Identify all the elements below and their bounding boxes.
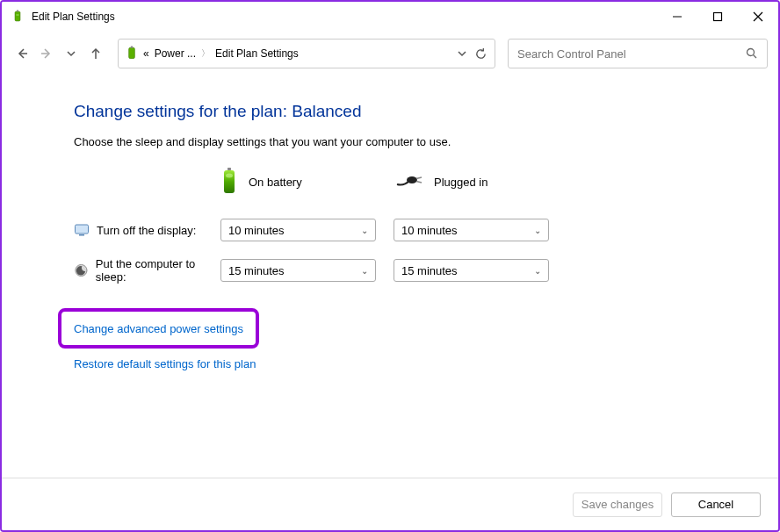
- setting-row-display: Turn off the display: 10 minutes ⌄ 10 mi…: [74, 219, 743, 241]
- column-plugged-label: Plugged in: [434, 176, 488, 189]
- address-bar[interactable]: « Power ... 〉 Edit Plan Settings: [118, 39, 495, 68]
- svg-point-16: [226, 174, 233, 178]
- window-title: Edit Plan Settings: [32, 11, 657, 23]
- svg-rect-10: [129, 47, 135, 58]
- svg-point-17: [407, 176, 417, 183]
- svg-point-12: [748, 49, 755, 56]
- svg-rect-14: [228, 168, 231, 170]
- display-battery-dropdown[interactable]: 10 minutes ⌄: [220, 219, 376, 241]
- svg-rect-4: [714, 13, 722, 21]
- chevron-down-icon: ⌄: [534, 266, 541, 276]
- search-field[interactable]: [508, 39, 768, 68]
- chevron-down-icon: ⌄: [534, 226, 541, 235]
- chevron-down-icon: ⌄: [361, 226, 368, 235]
- breadcrumb-item[interactable]: Edit Plan Settings: [215, 47, 299, 60]
- svg-line-18: [416, 177, 422, 179]
- titlebar: Edit Plan Settings: [2, 2, 778, 32]
- svg-rect-21: [79, 234, 84, 236]
- page-heading: Change settings for the plan: Balanced: [74, 102, 743, 121]
- page-subheading: Choose the sleep and display settings th…: [74, 135, 743, 148]
- battery-icon: [220, 166, 238, 198]
- svg-line-19: [416, 182, 422, 183]
- chevron-down-icon: ⌄: [361, 266, 368, 276]
- row-sleep-label: Put the computer to sleep:: [96, 257, 220, 284]
- refresh-button[interactable]: [472, 45, 489, 62]
- breadcrumb-item[interactable]: Power ...: [155, 47, 196, 60]
- search-icon: [746, 47, 758, 60]
- maximize-button[interactable]: [697, 2, 738, 32]
- advanced-settings-link[interactable]: Change advanced power settings: [74, 322, 243, 335]
- forward-button[interactable]: [37, 44, 56, 63]
- app-icon: [11, 10, 25, 24]
- minimize-button[interactable]: [657, 2, 697, 32]
- breadcrumb-dropdown[interactable]: [452, 44, 472, 63]
- svg-rect-1: [17, 11, 18, 12]
- back-button[interactable]: [12, 44, 32, 63]
- setting-row-sleep: Put the computer to sleep: 15 minutes ⌄ …: [74, 257, 743, 284]
- svg-point-2: [16, 14, 19, 16]
- svg-rect-11: [131, 47, 133, 48]
- cancel-button[interactable]: Cancel: [671, 492, 761, 517]
- up-button[interactable]: [86, 44, 105, 63]
- svg-line-13: [754, 55, 757, 59]
- restore-defaults-link[interactable]: Restore default settings for this plan: [74, 357, 256, 370]
- plug-icon: [394, 174, 423, 190]
- footer: Save changes Cancel: [2, 478, 778, 530]
- row-display-label: Turn off the display:: [97, 224, 196, 237]
- close-button[interactable]: [738, 2, 778, 32]
- content: Change settings for the plan: Balanced C…: [2, 75, 778, 383]
- display-plugged-dropdown[interactable]: 10 minutes ⌄: [394, 219, 549, 241]
- column-battery-label: On battery: [249, 176, 302, 189]
- save-button[interactable]: Save changes: [573, 492, 662, 517]
- breadcrumb-prefix: «: [143, 47, 149, 60]
- chevron-right-icon: 〉: [201, 47, 210, 60]
- recent-dropdown[interactable]: [61, 44, 81, 63]
- toolbar: « Power ... 〉 Edit Plan Settings: [2, 32, 778, 75]
- sleep-battery-dropdown[interactable]: 15 minutes ⌄: [220, 259, 376, 282]
- display-icon: [74, 222, 90, 238]
- address-icon: [124, 46, 140, 61]
- search-input[interactable]: [517, 47, 746, 61]
- highlight-box: Change advanced power settings: [58, 308, 259, 349]
- svg-rect-20: [76, 225, 89, 234]
- sleep-icon: [74, 262, 89, 278]
- sleep-plugged-dropdown[interactable]: 15 minutes ⌄: [394, 259, 549, 282]
- svg-rect-0: [15, 11, 20, 21]
